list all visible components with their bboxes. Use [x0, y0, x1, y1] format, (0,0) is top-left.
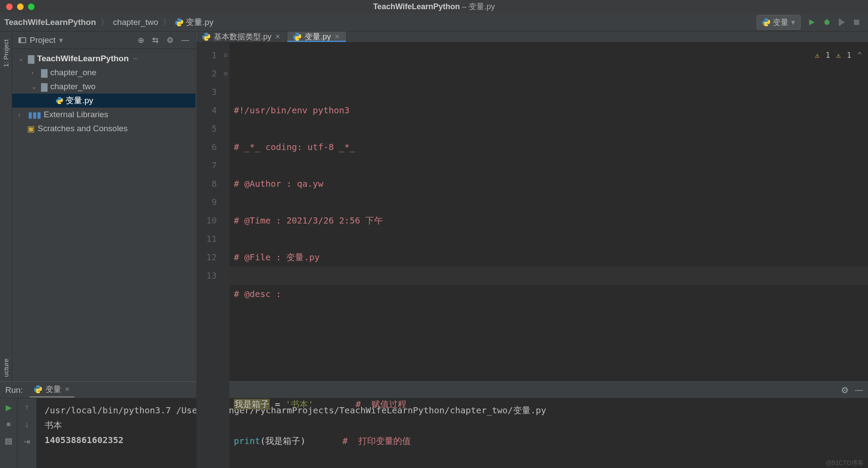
code-content[interactable]: #!/usr/bin/env python3 # _*_ coding: utf…: [229, 42, 868, 468]
window-title-project: TeachWifeLearnPython: [373, 2, 460, 11]
tree-label: chapter_one: [50, 68, 97, 77]
editor-tab-active[interactable]: 变量.py ✕: [287, 31, 347, 42]
navigation-bar: TeachWifeLearnPython 〉 chapter_two 〉 变量.…: [0, 13, 868, 31]
folder-icon: ▇: [28, 54, 35, 64]
warning-icon: ⚠: [815, 46, 819, 64]
folder-icon: ▇: [41, 68, 48, 78]
maximize-window-button[interactable]: [28, 3, 35, 10]
run-configuration-select[interactable]: 变量 ▾: [757, 15, 801, 30]
tree-node-root[interactable]: ⌄ ▇ TeachWifeLearnPython ~: [12, 52, 195, 66]
line-number[interactable]: 13: [196, 266, 217, 285]
project-panel: Project ▾ ⊕ ⇆ ⚙ — ⌄ ▇ TeachWifeLearnPyth…: [12, 31, 196, 381]
inspection-widget[interactable]: ⚠1 ⚠1 ^: [815, 46, 862, 64]
layout-icon[interactable]: ▤: [5, 436, 12, 446]
folder-icon: ▇: [41, 82, 48, 92]
window-title-file: 变量.py: [469, 2, 495, 11]
breadcrumb-folder[interactable]: chapter_two: [113, 17, 159, 27]
close-window-button[interactable]: [6, 3, 13, 10]
line-number[interactable]: 6: [196, 138, 217, 156]
line-number[interactable]: 9: [196, 193, 217, 211]
editor-tabs: 基本数据类型.py ✕ 变量.py ✕: [196, 31, 868, 42]
run-toolbar-secondary: ↑ ↓ ⇥: [17, 398, 37, 468]
locate-icon[interactable]: ⊕: [138, 35, 144, 45]
rerun-button[interactable]: ▶: [6, 403, 12, 412]
up-icon[interactable]: ↑: [25, 403, 29, 412]
close-icon[interactable]: ✕: [65, 386, 70, 393]
tree-node-folder[interactable]: ⌄ ▇ chapter_two: [12, 80, 195, 94]
line-number[interactable]: 7: [196, 156, 217, 175]
toolbar-right: 变量 ▾: [757, 15, 864, 30]
line-number-gutter[interactable]: 1 2 3 4 5 6 7 8 9 10 11 12 13: [196, 42, 222, 468]
chevron-down-icon: ▾: [791, 17, 795, 27]
tab-label: 基本数据类型.py: [214, 31, 271, 42]
tree-node-scratches[interactable]: ▣ Scratches and Consoles: [12, 122, 195, 136]
chevron-right-icon[interactable]: ›: [18, 111, 25, 118]
stop-button[interactable]: [853, 19, 860, 26]
stop-button[interactable]: ■: [7, 420, 11, 428]
svg-rect-1: [854, 20, 859, 25]
python-file-icon: [293, 33, 301, 41]
breadcrumb-file[interactable]: 变量.py: [186, 17, 213, 28]
collapse-icon[interactable]: ⇆: [152, 35, 159, 45]
breadcrumb-separator: 〉: [163, 17, 171, 28]
run-config-label: 变量: [773, 17, 788, 28]
down-icon[interactable]: ↓: [25, 420, 29, 429]
warning-count: 1: [847, 46, 851, 64]
main-area: 1: Project ucture Project ▾ ⊕ ⇆ ⚙ — ⌄ ▇ …: [0, 31, 868, 381]
line-number[interactable]: 10: [196, 211, 217, 230]
breadcrumb: TeachWifeLearnPython 〉 chapter_two 〉 变量.…: [4, 17, 213, 28]
chevron-right-icon[interactable]: ›: [31, 69, 38, 76]
project-panel-title[interactable]: Project: [30, 35, 56, 45]
debug-button[interactable]: [823, 18, 831, 27]
chevron-up-icon[interactable]: ^: [858, 46, 862, 64]
breadcrumb-separator: 〉: [101, 17, 109, 28]
code-area[interactable]: 1 2 3 4 5 6 7 8 9 10 11 12 13 ⊟⊟ #!/usr/…: [196, 42, 868, 468]
hide-icon[interactable]: —: [181, 35, 189, 45]
python-file-icon: [202, 33, 210, 41]
line-number[interactable]: 11: [196, 230, 217, 248]
chevron-down-icon[interactable]: ▾: [59, 35, 63, 45]
line-number[interactable]: 4: [196, 101, 217, 119]
editor-tab[interactable]: 基本数据类型.py ✕: [196, 31, 287, 42]
project-panel-toolbar: ⊕ ⇆ ⚙ —: [138, 35, 189, 45]
editor: 基本数据类型.py ✕ 变量.py ✕ 1 2 3 4 5 6 7 8 9 10: [196, 31, 868, 381]
close-tab-icon[interactable]: ✕: [275, 33, 281, 41]
tree-label: External Libraries: [44, 110, 108, 119]
project-tree: ⌄ ▇ TeachWifeLearnPython ~ › ▇ chapter_o…: [12, 49, 195, 138]
library-icon: ▮▮▮: [28, 110, 41, 120]
breadcrumb-root[interactable]: TeachWifeLearnPython: [4, 17, 96, 27]
soft-wrap-icon[interactable]: ⇥: [24, 437, 30, 447]
python-file-icon: [762, 18, 770, 26]
tab-label: 变量.py: [305, 31, 331, 42]
line-number[interactable]: 3: [196, 83, 217, 101]
svg-rect-3: [19, 38, 21, 42]
run-tab-label: 变量: [45, 384, 61, 395]
structure-tool-tab[interactable]: ucture: [2, 354, 10, 381]
run-tab[interactable]: 变量 ✕: [30, 382, 74, 398]
left-tool-strip: 1: Project ucture: [0, 31, 12, 381]
tree-node-file[interactable]: 变量.py: [12, 94, 195, 108]
run-button[interactable]: [808, 18, 816, 26]
minimize-window-button[interactable]: [17, 3, 24, 10]
python-file-icon: [34, 385, 42, 393]
line-number[interactable]: 8: [196, 175, 217, 193]
chevron-down-icon[interactable]: ⌄: [31, 83, 38, 90]
window-title: TeachWifeLearnPython – 变量.py: [373, 1, 495, 12]
line-number[interactable]: 12: [196, 248, 217, 266]
tree-label: Scratches and Consoles: [38, 124, 128, 133]
scratches-icon: ▣: [27, 124, 35, 134]
svg-rect-0: [839, 19, 841, 26]
project-tool-tab[interactable]: 1: Project: [2, 35, 10, 71]
gear-icon[interactable]: ⚙: [167, 35, 174, 45]
warning-icon: ⚠: [836, 46, 840, 64]
chevron-down-icon[interactable]: ⌄: [18, 55, 25, 62]
tree-node-external-libraries[interactable]: › ▮▮▮ External Libraries: [12, 108, 195, 122]
line-number[interactable]: 5: [196, 119, 217, 138]
line-number[interactable]: 2: [196, 64, 217, 83]
line-number[interactable]: 1: [196, 46, 217, 64]
coverage-button[interactable]: [838, 18, 846, 26]
tree-label: TeachWifeLearnPython: [37, 54, 129, 63]
close-tab-icon[interactable]: ✕: [334, 33, 340, 41]
tree-node-folder[interactable]: › ▇ chapter_one: [12, 66, 195, 80]
fold-margin[interactable]: ⊟⊟: [222, 42, 229, 468]
